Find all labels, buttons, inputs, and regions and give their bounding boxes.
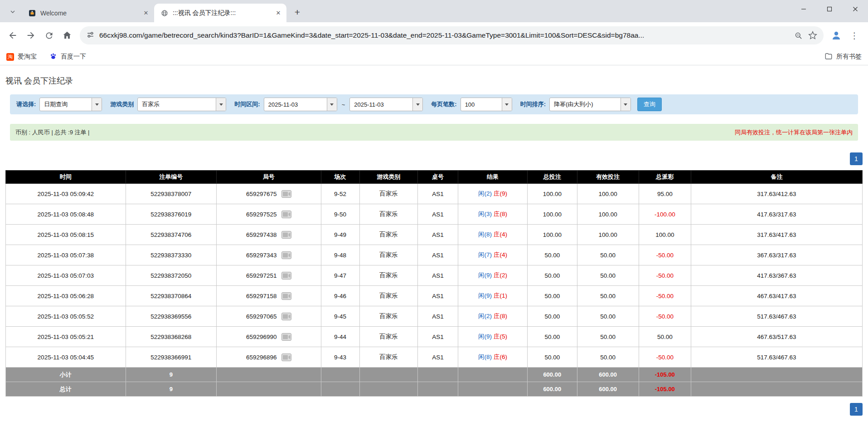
sort-label: 时间排序: xyxy=(520,100,546,108)
round-video-icon[interactable] xyxy=(281,292,291,300)
profile-avatar[interactable] xyxy=(827,26,845,44)
round-video-icon[interactable] xyxy=(281,251,291,259)
page-size-select[interactable]: 100 xyxy=(461,98,512,111)
dropdown-arrow-icon[interactable] xyxy=(621,98,630,111)
home-button[interactable] xyxy=(58,26,76,44)
query-type-select[interactable]: 日期查询 xyxy=(39,98,102,111)
tab-title: Welcome xyxy=(40,10,138,17)
round-video-icon[interactable] xyxy=(281,353,291,361)
search-button[interactable]: 查询 xyxy=(637,98,662,111)
dropdown-arrow-icon[interactable] xyxy=(92,98,102,111)
cell-time: 2025-11-03 05:04:45 xyxy=(6,347,126,368)
cell-bet-id: 522938366991 xyxy=(126,347,216,368)
cell-round: 659296990 xyxy=(216,327,321,347)
cell-total-bet[interactable]: 100.00 xyxy=(527,225,577,245)
total-total-bet: 600.00 xyxy=(527,382,577,397)
zoom-icon[interactable] xyxy=(794,31,803,40)
tab-close-icon[interactable]: ✕ xyxy=(141,9,150,18)
back-button[interactable] xyxy=(4,26,22,44)
bookmarks-bar: 淘 爱淘宝 百度一下 所有书签 xyxy=(0,49,868,65)
subtotal-label: 小计 xyxy=(6,368,126,382)
table-row: 2025-11-03 05:09:42 522938378007 6592976… xyxy=(6,184,863,204)
sort-select[interactable]: 降幂(由大到小) xyxy=(549,98,631,111)
result-banker: 庄(2) xyxy=(494,272,507,279)
round-id: 659297158 xyxy=(246,293,277,299)
page-1-button[interactable]: 1 xyxy=(850,403,863,416)
cell-total-bet[interactable]: 50.00 xyxy=(527,327,577,347)
tab-betrecord[interactable]: :::视讯 会员下注纪录::: ✕ xyxy=(154,4,286,22)
round-video-icon[interactable] xyxy=(281,313,291,320)
dropdown-arrow-icon[interactable] xyxy=(216,98,226,111)
round-video-icon[interactable] xyxy=(281,333,291,341)
date-start-select[interactable]: 2025-11-03 xyxy=(264,98,337,111)
cell-round: 659297438 xyxy=(216,225,321,245)
forward-button[interactable] xyxy=(22,26,40,44)
cell-session: 9-49 xyxy=(321,225,359,245)
notice-text: 同局有效投注，统一计算在该局第一张注单内 xyxy=(735,128,853,137)
url-bar[interactable]: 66cxkj98.com/game/betrecord_search/kind3… xyxy=(80,26,824,44)
page-1-button[interactable]: 1 xyxy=(850,152,863,165)
round-video-icon[interactable] xyxy=(281,190,291,198)
game-type-select[interactable]: 百家乐 xyxy=(137,98,226,111)
new-tab-button[interactable]: + xyxy=(290,5,305,20)
cell-total-bet[interactable]: 50.00 xyxy=(527,306,577,327)
bookmark-taobao[interactable]: 淘 爱淘宝 xyxy=(6,53,37,61)
cell-total-bet[interactable]: 100.00 xyxy=(527,204,577,225)
cell-total-bet[interactable]: 50.00 xyxy=(527,286,577,306)
cell-total-bet[interactable]: 50.00 xyxy=(527,245,577,265)
cell-round: 659297251 xyxy=(216,265,321,286)
cell-game-type: 百家乐 xyxy=(359,225,418,245)
maximize-button[interactable] xyxy=(816,0,842,18)
cell-table-no: AS1 xyxy=(418,327,458,347)
bookmark-star-icon[interactable] xyxy=(808,31,817,40)
cell-round: 659297065 xyxy=(216,306,321,327)
taobao-icon: 淘 xyxy=(6,53,14,61)
tab-close-icon[interactable]: ✕ xyxy=(274,9,283,18)
cell-note: 367.63/317.63 xyxy=(691,245,862,265)
round-id: 659297675 xyxy=(246,191,277,197)
minimize-button[interactable] xyxy=(790,0,816,18)
window-controls xyxy=(790,0,868,18)
round-video-icon[interactable] xyxy=(281,272,291,280)
header-payout: 总派彩 xyxy=(639,171,691,184)
cell-payout: 95.00 xyxy=(639,184,691,204)
round-video-icon[interactable] xyxy=(281,231,291,239)
cell-game-type: 百家乐 xyxy=(359,306,418,327)
site-info-icon[interactable] xyxy=(86,30,95,41)
cell-payout: -50.00 xyxy=(639,245,691,265)
cell-session: 9-47 xyxy=(321,265,359,286)
round-video-icon[interactable] xyxy=(281,211,291,218)
game-type-value: 百家乐 xyxy=(138,100,216,108)
cell-total-bet[interactable]: 50.00 xyxy=(527,265,577,286)
tab-search-button[interactable] xyxy=(5,5,20,20)
total-row: 总计 9 600.00 600.00 -105.00 xyxy=(6,382,863,397)
date-end-select[interactable]: 2025-11-03 xyxy=(349,98,423,111)
header-round: 局号 xyxy=(216,171,321,184)
dropdown-arrow-icon[interactable] xyxy=(327,98,337,111)
total-count: 9 xyxy=(126,382,216,397)
refresh-button[interactable] xyxy=(40,26,58,44)
table-row: 2025-11-03 05:08:15 522938374706 6592974… xyxy=(6,225,863,245)
dropdown-arrow-icon[interactable] xyxy=(412,98,422,111)
folder-icon xyxy=(824,52,833,62)
cell-game-type: 百家乐 xyxy=(359,204,418,225)
round-id: 659297343 xyxy=(246,252,277,259)
cell-payout: 100.00 xyxy=(639,225,691,245)
cell-valid-bet: 50.00 xyxy=(577,245,639,265)
cell-valid-bet: 50.00 xyxy=(577,286,639,306)
cell-note: 317.63/412.63 xyxy=(691,184,862,204)
cell-total-bet[interactable]: 100.00 xyxy=(527,184,577,204)
bookmark-baidu[interactable]: 百度一下 xyxy=(49,52,86,61)
cell-payout: -50.00 xyxy=(639,286,691,306)
all-bookmarks[interactable]: 所有书签 xyxy=(824,52,862,62)
tab-welcome[interactable]: Welcome ✕ xyxy=(22,4,154,22)
dropdown-arrow-icon[interactable] xyxy=(502,98,512,111)
result-player: 闲(2) xyxy=(478,190,492,197)
close-button[interactable] xyxy=(842,0,868,18)
header-valid-bet: 有效投注 xyxy=(577,171,639,184)
cell-payout: -50.00 xyxy=(639,347,691,368)
cell-time: 2025-11-03 05:06:28 xyxy=(6,286,126,306)
cell-total-bet[interactable]: 50.00 xyxy=(527,347,577,368)
menu-icon[interactable]: ⋮ xyxy=(845,26,863,44)
cell-result: 闲(8)庄(6) xyxy=(458,347,527,368)
